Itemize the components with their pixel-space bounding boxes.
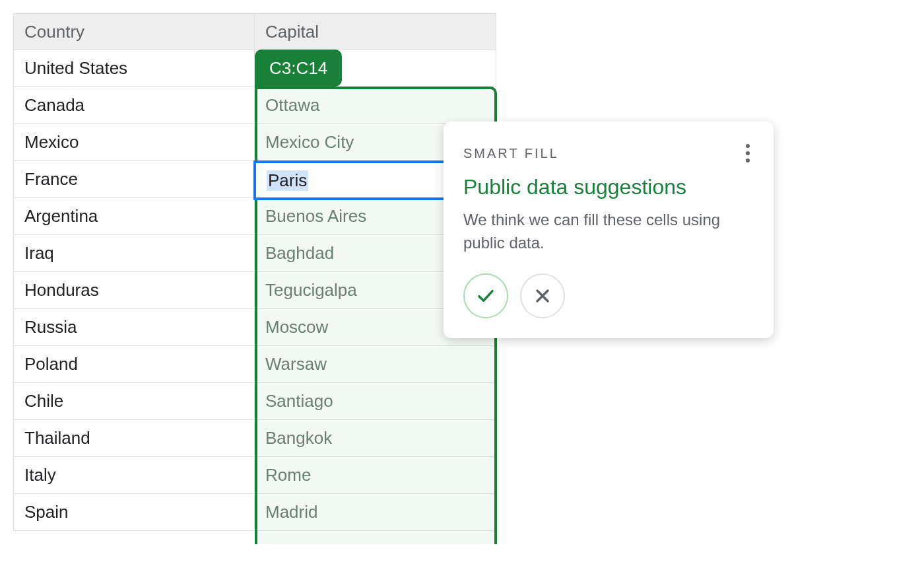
table-row: Iraq Baghdad [13, 235, 496, 272]
table-row: Argentina Buenos Aires [13, 198, 496, 235]
range-label-badge: C3:C14 [255, 50, 342, 87]
cell-capital-suggestion[interactable]: Madrid [255, 494, 496, 531]
more-options-icon[interactable] [742, 140, 754, 166]
checkmark-icon [475, 285, 496, 306]
smart-fill-card: SMART FILL Public data suggestions We th… [444, 122, 774, 338]
cell-country[interactable]: Iraq [13, 235, 255, 272]
cell-country[interactable]: Russia [13, 309, 255, 346]
cell-capital-suggestion[interactable]: Santiago [255, 383, 496, 420]
smart-fill-description: We think we can fill these cells using p… [463, 209, 754, 255]
table-row: Thailand Bangkok [13, 420, 496, 457]
close-icon [532, 285, 553, 306]
cell-country[interactable]: Chile [13, 383, 255, 420]
table-row: Spain Madrid [13, 494, 496, 531]
cell-country[interactable]: Argentina [13, 198, 255, 235]
table-header-row: Country Capital [13, 13, 496, 50]
table-row: Russia Moscow [13, 309, 496, 346]
table-row: Canada Ottawa [13, 87, 496, 124]
cell-capital-suggestion[interactable]: Warsaw [255, 346, 496, 383]
cell-country[interactable]: Canada [13, 87, 255, 124]
smart-fill-label: SMART FILL [463, 146, 559, 161]
cell-capital-suggestion[interactable]: Rome [255, 457, 496, 494]
cell-country[interactable]: Mexico [13, 124, 255, 161]
table-row: Italy Rome [13, 457, 496, 494]
table-row: Honduras Tegucigalpa [13, 272, 496, 309]
table-row: Mexico Mexico City [13, 124, 496, 161]
cell-country[interactable]: Poland [13, 346, 255, 383]
cell-country[interactable]: Thailand [13, 420, 255, 457]
accept-button[interactable] [463, 273, 508, 318]
cell-country[interactable]: United States [13, 50, 255, 87]
smart-fill-title: Public data suggestions [463, 174, 754, 199]
cell-country[interactable]: Italy [13, 457, 255, 494]
reject-button[interactable] [520, 273, 565, 318]
cell-capital-suggestion[interactable]: Ottawa [255, 87, 496, 124]
column-header-country[interactable]: Country [13, 13, 255, 50]
table-row: Poland Warsaw [13, 346, 496, 383]
cell-country[interactable]: France [13, 161, 255, 198]
table-row: France [13, 161, 496, 198]
table-row: Chile Santiago [13, 383, 496, 420]
smart-fill-actions [463, 273, 754, 318]
column-header-capital[interactable]: Capital [255, 13, 496, 50]
cell-capital-suggestion[interactable]: Bangkok [255, 420, 496, 457]
cell-country[interactable]: Spain [13, 494, 255, 531]
spreadsheet-table: Country Capital United States Canada Ott… [13, 13, 496, 531]
cell-country[interactable]: Honduras [13, 272, 255, 309]
